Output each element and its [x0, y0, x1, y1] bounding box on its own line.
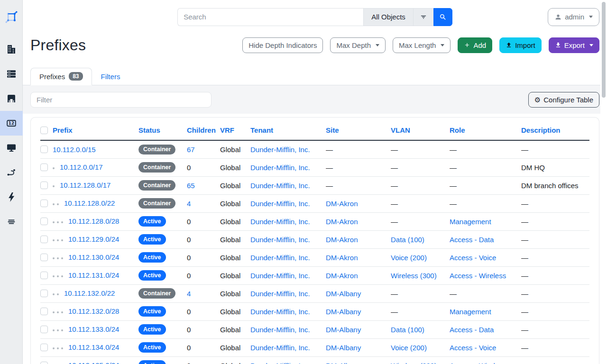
row-checkbox[interactable] [40, 146, 48, 153]
prefix-link[interactable]: 10.112.0.0/17 [60, 163, 103, 171]
tenant-link[interactable]: Dunder-Mifflin, Inc. [250, 290, 310, 298]
row-checkbox[interactable] [40, 272, 48, 279]
row-checkbox[interactable] [40, 362, 48, 364]
row-checkbox[interactable] [40, 164, 48, 171]
tenant-link[interactable]: Dunder-Mifflin, Inc. [250, 200, 310, 208]
prefix-link[interactable]: 10.112.131.0/24 [68, 271, 119, 279]
row-checkbox[interactable] [40, 218, 48, 225]
children-count[interactable]: 67 [187, 146, 195, 154]
prefix-link[interactable]: 10.112.132.0/22 [64, 289, 115, 297]
quick-filter-input[interactable] [30, 92, 212, 108]
site-link[interactable]: DM-Albany [326, 308, 361, 316]
sidebar-item-circuits[interactable] [0, 160, 23, 185]
prefix-link[interactable]: 10.112.128.0/28 [68, 217, 119, 225]
prefix-link[interactable]: 10.112.133.0/24 [68, 325, 119, 333]
row-checkbox[interactable] [40, 200, 48, 207]
site-link[interactable]: DM-Akron [326, 254, 358, 262]
tenant-link[interactable]: Dunder-Mifflin, Inc. [250, 254, 310, 262]
scrollbar-track[interactable] [600, 0, 607, 364]
row-checkbox[interactable] [40, 308, 48, 315]
site-link[interactable]: DM-Akron [326, 272, 358, 280]
column-header-description[interactable]: Description [521, 126, 561, 134]
vlan-link[interactable]: Voice (200) [391, 254, 427, 262]
role-link[interactable]: Management [450, 218, 491, 226]
column-header-prefix[interactable]: Prefix [53, 126, 73, 134]
tenant-link[interactable]: Dunder-Mifflin, Inc. [250, 344, 310, 352]
prefix-link[interactable]: 10.112.135.0/24 [68, 361, 119, 364]
search-filter-button[interactable] [413, 8, 433, 26]
tenant-link[interactable]: Dunder-Mifflin, Inc. [250, 326, 310, 334]
search-scope-button[interactable]: All Objects [363, 8, 413, 26]
configure-table-button[interactable]: ⚙ Configure Table [528, 92, 599, 108]
site-link[interactable]: DM-Albany [326, 290, 361, 298]
row-checkbox[interactable] [40, 326, 48, 333]
prefix-link[interactable]: 10.112.132.0/28 [68, 307, 119, 315]
vlan-link[interactable]: Data (100) [391, 236, 424, 244]
column-header-vrf[interactable]: VRF [220, 126, 234, 134]
row-checkbox[interactable] [40, 254, 48, 261]
prefix-link[interactable]: 10.112.0.0/15 [53, 146, 96, 154]
children-count[interactable]: 65 [187, 182, 195, 190]
column-header-children[interactable]: Children [187, 126, 216, 134]
add-button[interactable]: Add [458, 37, 492, 53]
tenant-link[interactable]: Dunder-Mifflin, Inc. [250, 308, 310, 316]
role-link[interactable]: Access - Voice [450, 254, 496, 262]
site-link[interactable]: DM-Albany [326, 344, 361, 352]
sidebar-item-other[interactable] [0, 209, 23, 234]
site-link[interactable]: DM-Albany [326, 326, 361, 334]
children-count[interactable]: 4 [187, 290, 191, 298]
tenant-link[interactable]: Dunder-Mifflin, Inc. [250, 236, 310, 244]
tenant-link[interactable]: Dunder-Mifflin, Inc. [250, 146, 310, 154]
children-count[interactable]: 4 [187, 200, 191, 208]
row-checkbox[interactable] [40, 344, 48, 351]
sidebar-item-ipam[interactable]: 1 2 [0, 111, 23, 136]
hide-depth-indicators-button[interactable]: Hide Depth Indicators [242, 37, 323, 53]
column-header-vlan[interactable]: VLAN [391, 126, 410, 134]
vlan-link[interactable]: Data (100) [391, 326, 424, 334]
export-dropdown[interactable]: Export [549, 37, 599, 53]
scrollbar-thumb[interactable] [602, 2, 606, 98]
row-checkbox[interactable] [40, 236, 48, 243]
prefix-link[interactable]: 10.112.130.0/24 [68, 253, 119, 261]
site-link[interactable]: DM-Albany [326, 362, 361, 364]
role-link[interactable]: Access - Data [450, 326, 494, 334]
tenant-link[interactable]: Dunder-Mifflin, Inc. [250, 218, 310, 226]
prefix-link[interactable]: 10.112.128.0/17 [60, 181, 110, 189]
role-link[interactable]: Management [450, 308, 491, 316]
tenant-link[interactable]: Dunder-Mifflin, Inc. [250, 182, 310, 190]
site-link[interactable]: DM-Akron [326, 236, 358, 244]
site-link[interactable]: DM-Akron [326, 200, 358, 208]
column-header-tenant[interactable]: Tenant [250, 126, 273, 134]
sidebar-item-devices[interactable] [0, 62, 23, 86]
role-link[interactable]: Access - Wireless [450, 362, 506, 364]
tenant-link[interactable]: Dunder-Mifflin, Inc. [250, 272, 310, 280]
column-header-site[interactable]: Site [326, 126, 339, 134]
row-checkbox[interactable] [40, 290, 48, 297]
user-menu-button[interactable]: admin [548, 8, 599, 26]
tenant-link[interactable]: Dunder-Mifflin, Inc. [250, 362, 310, 364]
netbox-logo[interactable] [0, 4, 23, 30]
tab-prefixes[interactable]: Prefixes 83 [30, 68, 92, 85]
tab-filters[interactable]: Filters [92, 68, 129, 85]
column-header-role[interactable]: Role [450, 126, 465, 134]
sidebar-item-organization[interactable] [0, 37, 23, 62]
role-link[interactable]: Access - Data [450, 236, 494, 244]
max-length-dropdown[interactable]: Max Length [393, 37, 451, 53]
column-header-status[interactable]: Status [138, 126, 160, 134]
site-link[interactable]: DM-Akron [326, 218, 358, 226]
vlan-link[interactable]: Voice (200) [391, 344, 427, 352]
prefix-link[interactable]: 10.112.129.0/24 [68, 235, 119, 243]
row-checkbox[interactable] [40, 182, 48, 189]
select-all-checkbox[interactable] [40, 127, 48, 134]
role-link[interactable]: Access - Voice [450, 344, 496, 352]
prefix-link[interactable]: 10.112.134.0/24 [68, 343, 119, 351]
global-search-input[interactable] [177, 8, 363, 26]
sidebar-item-power[interactable] [0, 185, 23, 209]
max-depth-dropdown[interactable]: Max Depth [330, 37, 386, 53]
sidebar-item-virtualization[interactable] [0, 136, 23, 160]
import-button[interactable]: Import [499, 37, 542, 53]
role-link[interactable]: Access - Wireless [450, 272, 506, 280]
tenant-link[interactable]: Dunder-Mifflin, Inc. [250, 164, 310, 172]
sidebar-item-connections[interactable] [0, 86, 23, 111]
search-submit-button[interactable] [433, 8, 452, 26]
